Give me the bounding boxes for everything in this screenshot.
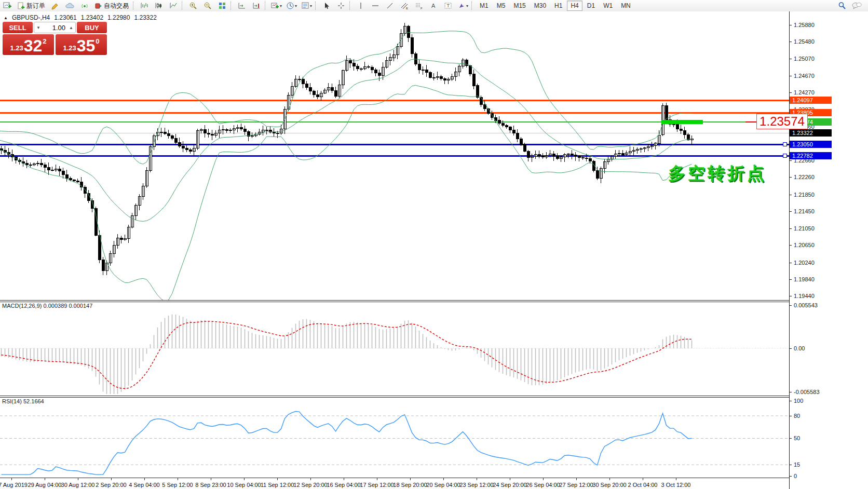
rsi-tick: 50 (794, 436, 800, 441)
price-axis[interactable]: 1.258801.254801.250701.246701.242701.238… (789, 11, 868, 489)
buy-price-display[interactable]: 1.23350 (56, 34, 107, 55)
crayon-icon[interactable] (49, 0, 62, 11)
signals-icon[interactable] (78, 0, 91, 11)
toolbar-separator (265, 2, 268, 10)
time-tick-mark (609, 478, 610, 480)
time-label: 4 Sep 04:00 (129, 482, 159, 488)
svg-text:A: A (431, 3, 436, 9)
volume-input[interactable] (43, 23, 67, 32)
rsi-pane[interactable] (0, 397, 789, 478)
timeframe-M15[interactable]: M15 (510, 1, 529, 11)
timeframe-D1[interactable]: D1 (584, 1, 599, 11)
bar-chart-icon[interactable] (138, 0, 151, 11)
indicators-icon[interactable]: ▾ (269, 0, 283, 11)
timeframe-M1[interactable]: M1 (476, 1, 492, 11)
time-tick-mark (11, 478, 12, 480)
trendline-icon[interactable] (383, 0, 397, 11)
sell-price-display[interactable]: 1.23322 (3, 34, 54, 55)
svg-text:F: F (421, 7, 423, 10)
buy-price-prefix: 1.23 (63, 44, 76, 52)
arrows-icon[interactable]: ▾ (456, 0, 470, 11)
auto-scroll-icon[interactable] (235, 0, 249, 11)
price-tick: 1.19840 (794, 277, 815, 282)
text-label-icon[interactable]: T (441, 0, 455, 11)
chart-annotation-text[interactable]: 多空转折点 (668, 162, 767, 185)
hline-drag-handle[interactable] (783, 154, 787, 158)
macd-label: MACD(12,26,9) 0.000389 0.000147 (2, 303, 92, 309)
autotrading-label: 自动交易 (104, 2, 129, 10)
timeframe-M5[interactable]: M5 (493, 1, 509, 11)
horizontal-line-icon[interactable] (369, 0, 382, 11)
time-axis[interactable]: 27 Aug 201929 Aug 04:0030 Aug 12:002 Sep… (0, 478, 868, 489)
price-tick-mark (790, 211, 792, 212)
price-tick: 1.24670 (794, 73, 815, 79)
main-chart-canvas[interactable] (0, 11, 789, 300)
tile-windows-icon[interactable] (215, 0, 229, 11)
price-tick-mark (790, 25, 792, 25)
buy-button[interactable]: BUY (77, 22, 107, 33)
timeframe-H4[interactable]: H4 (567, 1, 582, 11)
toolbar-separator (133, 2, 136, 10)
equidistant-channel-icon[interactable]: E (398, 0, 411, 11)
timeframe-MN[interactable]: MN (617, 1, 634, 11)
time-label: 30 Sep 20:00 (592, 482, 626, 488)
timeframe-W1[interactable]: W1 (600, 1, 616, 11)
vertical-line-icon[interactable] (354, 0, 368, 11)
time-tick-mark (443, 478, 444, 480)
price-tick: 1.25480 (794, 39, 815, 45)
bar-close: 1.23322 (134, 14, 156, 21)
time-label: 27 Aug 2019 (0, 482, 28, 488)
sell-price-big: 32 (24, 38, 43, 53)
price-tick-mark (790, 92, 792, 93)
timeframe-H1[interactable]: H1 (551, 1, 566, 11)
crosshair-icon[interactable] (334, 0, 348, 11)
sell-button[interactable]: SELL (3, 22, 33, 33)
candlestick-chart-icon[interactable] (152, 0, 166, 11)
volume-decrease-button[interactable]: ▼ (34, 25, 43, 30)
chat-icon[interactable] (850, 0, 863, 11)
cloud-publish-icon[interactable] (63, 0, 77, 11)
time-label: 12 Sep 20:00 (293, 482, 327, 488)
fibonacci-icon[interactable]: F (412, 0, 426, 11)
toolbar: 新订单 自动交易 (0, 0, 868, 12)
price-tick: 1.25070 (794, 56, 815, 62)
periods-icon[interactable]: ▾ (284, 0, 299, 11)
toolbar-separator (182, 2, 185, 10)
rsi-tick-mark (790, 476, 792, 477)
collapse-icon[interactable]: ▲ (4, 16, 8, 20)
time-label: 16 Sep 04:00 (327, 482, 360, 488)
macd-tick-mark (790, 392, 792, 392)
timeframe-M30[interactable]: M30 (531, 1, 550, 11)
macd-tick: 0.00 (794, 346, 805, 351)
chart-shift-icon[interactable] (250, 0, 263, 11)
rsi-tick: 15 (794, 462, 800, 468)
price-tick-mark (790, 245, 792, 246)
new-order-button[interactable]: 新订单 (15, 0, 48, 11)
text-icon[interactable]: A (427, 0, 440, 11)
price-tick-mark (790, 59, 792, 59)
chart-area: ▲ GBPUSD-,H4 1.23061 1.23402 1.22980 1.2… (0, 11, 868, 489)
price-callout[interactable]: 1.23574 (756, 114, 808, 129)
rsi-tick: 100 (794, 398, 803, 404)
price-tick: 1.24270 (794, 90, 815, 96)
bollinger-middle (0, 59, 692, 222)
zoom-out-icon[interactable] (201, 0, 214, 11)
time-tick-mark (576, 478, 577, 480)
macd-tick: 0.005543 (794, 303, 818, 308)
templates-icon[interactable]: ▾ (300, 0, 314, 11)
time-label: 20 Sep 04:00 (426, 482, 460, 488)
price-tick-mark (790, 279, 792, 280)
autotrading-button[interactable]: 自动交易 (92, 0, 131, 11)
line-chart-icon[interactable] (167, 0, 180, 11)
cursor-icon[interactable] (320, 0, 333, 11)
macd-pane[interactable] (0, 302, 789, 396)
time-tick-mark (244, 478, 245, 480)
price-tick-mark (790, 42, 792, 42)
new-chart-icon[interactable] (1, 0, 14, 11)
volume-increase-button[interactable]: ▲ (67, 25, 75, 30)
time-tick-mark (676, 478, 676, 480)
hline-drag-handle[interactable] (783, 142, 787, 146)
chevron-down-icon: ▾ (466, 4, 468, 8)
search-icon[interactable] (835, 0, 849, 11)
zoom-in-icon[interactable] (186, 0, 200, 11)
